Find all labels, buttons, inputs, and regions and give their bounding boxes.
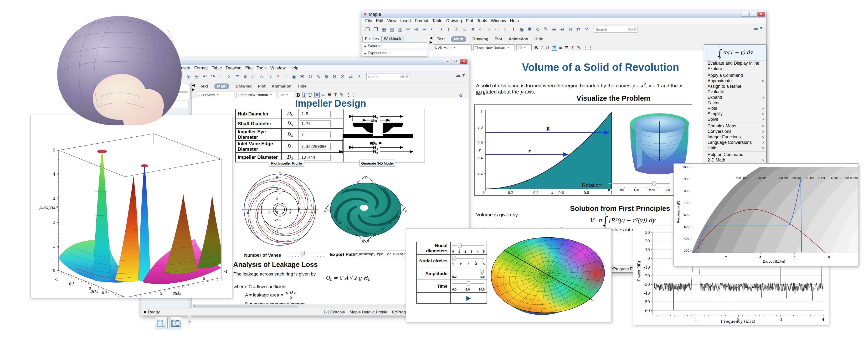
ts-diagram-plot[interactable]: 5000 bar1000 bar200 bar50 bar10 bar2 bar… [674, 164, 858, 265]
slider-thumb[interactable] [301, 251, 305, 255]
menu-item-factor[interactable]: Factor [704, 100, 766, 106]
restore-button[interactable]: ❐ [452, 59, 459, 64]
execute-icon[interactable]: ! [282, 73, 290, 81]
menu-item-plot[interactable]: Plot [464, 18, 475, 23]
tab-math[interactable]: Math [451, 36, 466, 42]
forward-icon[interactable]: ⇨ [494, 25, 501, 33]
interrupt-icon[interactable]: ◉ [290, 73, 298, 81]
menu-item-help-on-command[interactable]: Help on Command [704, 152, 766, 158]
align-center-button[interactable]: ≡ [321, 92, 325, 97]
menu-item-drawing[interactable]: Drawing [444, 18, 464, 23]
menu-item-apply-a-command[interactable]: Apply a Command [704, 73, 766, 78]
text-color-button[interactable]: T [571, 45, 575, 50]
animation-palette-icon[interactable] [169, 317, 182, 330]
execute-icon[interactable]: ! [510, 25, 517, 33]
open-icon[interactable]: ❐ [372, 25, 379, 33]
help-icon[interactable]: ? [583, 25, 590, 33]
menu-item-complex-maps[interactable]: Complex Maps> [704, 123, 766, 129]
home-icon[interactable]: ⌂ [485, 25, 493, 33]
insert-text-icon[interactable]: T [217, 73, 225, 81]
menu-item-integer-functions[interactable]: Integer Functions> [704, 134, 766, 140]
menu-item-expand[interactable]: Expand> [704, 95, 766, 100]
area-plot[interactable]: 0.20.40.60.810.20.40.60.810xyRr [475, 105, 691, 195]
tab-drawing[interactable]: Drawing [472, 37, 488, 41]
align-center-button[interactable]: ≡ [559, 45, 562, 50]
palette-collapse-handle[interactable]: ◀▶ [430, 36, 432, 45]
tab-math[interactable]: Math [214, 84, 229, 89]
titlebar[interactable]: ❖ Maple ─ ❐ ✕ [141, 58, 469, 65]
insert-math-icon[interactable]: Σ [453, 25, 461, 33]
highlight-button[interactable]: ✎ [339, 92, 344, 97]
menu-item-insert[interactable]: Insert [398, 18, 413, 23]
menu-item-explore[interactable]: Explore [704, 66, 766, 72]
tab-animation[interactable]: Animation [272, 84, 291, 89]
back-icon[interactable]: ⇦ [250, 73, 257, 81]
menu-item-edit[interactable]: Edit [374, 18, 385, 23]
zoom-out-icon[interactable]: ⊖ [558, 25, 566, 33]
menu-item-table[interactable]: Table [430, 18, 444, 23]
param-input-shaft-diameter[interactable]: 1.75 [300, 120, 331, 127]
slider-track[interactable] [608, 183, 670, 184]
align-right-button[interactable]: ≣ [327, 92, 332, 97]
menu-item-format[interactable]: Format [413, 18, 430, 23]
menu-item-help[interactable]: Help [287, 65, 300, 70]
menu-item-plot[interactable]: Plot [243, 65, 255, 70]
restore-button[interactable]: ❐ [749, 12, 757, 17]
cut-icon[interactable]: ✂ [404, 25, 412, 33]
tab-hide[interactable]: Hide [534, 37, 543, 41]
menu-item-evaluate-and-display-inline[interactable]: Evaluate and Display Inline [704, 61, 766, 66]
zoom-reset-icon[interactable]: ⊙ [339, 73, 346, 81]
paste-icon[interactable]: ⊟ [421, 25, 428, 33]
print-preview-icon[interactable]: ▥ [396, 25, 404, 33]
restart-icon[interactable]: ↻ [534, 25, 541, 33]
menu-item-units[interactable]: Units> [704, 145, 766, 151]
size-dropdown[interactable]: 12▾ [516, 45, 532, 51]
tab-plot[interactable]: Plot [258, 84, 265, 89]
titlebar[interactable]: ❖ Maple ─ ❐ ✕ [362, 11, 766, 18]
restart-icon[interactable]: ↻ [306, 73, 314, 81]
maplecloud-icon[interactable]: ☁ ▾ [753, 25, 763, 31]
italic-button[interactable]: I [303, 92, 306, 98]
slider-thumb[interactable] [652, 181, 656, 186]
vanes-slider[interactable] [285, 251, 325, 260]
slider-track[interactable] [285, 253, 325, 253]
menu-item-help[interactable]: Help [508, 18, 521, 23]
search-input[interactable]: Search Alt+S [366, 73, 410, 80]
bold-button[interactable]: B [296, 92, 301, 97]
hand-icon[interactable]: ✎ [314, 73, 322, 81]
menu-item-window[interactable]: Window [269, 65, 287, 70]
align-left-button[interactable]: ≣ [314, 92, 320, 98]
slider-thumb[interactable] [452, 256, 456, 261]
style-dropdown[interactable]: C 2D Math▾ [196, 92, 234, 98]
menu-item-format[interactable]: Format [192, 65, 210, 70]
highlight-button[interactable]: ✎ [577, 45, 581, 50]
redo-icon[interactable]: ↷ [437, 25, 444, 33]
interrupt-icon[interactable]: ◉ [518, 25, 525, 33]
font-dropdown[interactable]: Times New Roman▾ [473, 45, 515, 51]
menu-item-view[interactable]: View [385, 18, 398, 23]
menu-item-window[interactable]: Window [489, 18, 508, 23]
bold-button[interactable]: B [533, 45, 538, 50]
italic-button[interactable]: I [540, 45, 543, 50]
paste-icon[interactable]: ⊟ [193, 73, 200, 81]
membrane-plot[interactable] [482, 229, 611, 321]
menu-item-evaluate[interactable]: Evaluate [704, 89, 766, 95]
param-input-hub-diameter[interactable]: 2.5 [300, 111, 331, 117]
hand-icon[interactable]: ✎ [542, 25, 550, 33]
close-button[interactable]: ✕ [460, 59, 467, 64]
param-input-impeller-diameter[interactable]: 13.444 [300, 154, 331, 161]
menu-item-drawing[interactable]: Drawing [224, 65, 243, 70]
menu-item-approximate[interactable]: Approximate> [704, 78, 766, 84]
menu-item-table[interactable]: Table [210, 65, 224, 70]
tab-icon[interactable]: ⇄ [575, 25, 582, 33]
menu-item-language-conversions[interactable]: Language Conversions> [704, 140, 766, 145]
zoom-in-icon[interactable]: ⊕ [322, 73, 330, 81]
text-color-button[interactable]: T [334, 92, 338, 97]
param-input-impeller-eye-diameter[interactable]: 7 [300, 131, 331, 138]
menu-item-conversions[interactable]: Conversions> [704, 129, 766, 134]
subsection-icon[interactable]: ≡ [242, 73, 249, 81]
tab-text[interactable]: Text [437, 37, 445, 41]
undo-icon[interactable]: ↶ [429, 25, 436, 33]
tab-text[interactable]: Text [200, 84, 208, 89]
impeller-3d-plot[interactable]: -4-4-2-200224466 [322, 172, 409, 251]
